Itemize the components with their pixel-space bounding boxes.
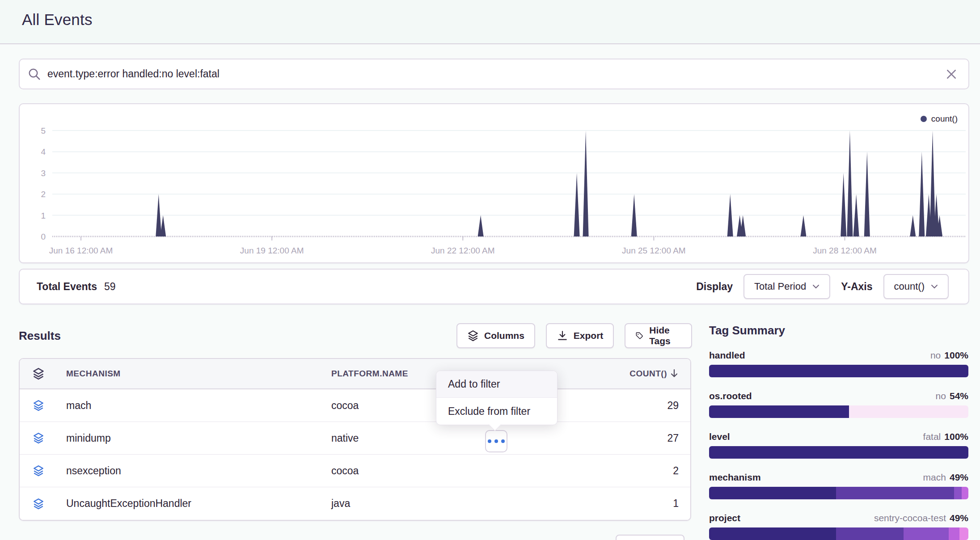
- table-row[interactable]: nsexceptioncocoa2: [20, 455, 690, 487]
- cell-count[interactable]: 27: [605, 432, 690, 444]
- cell-mechanism[interactable]: UncaughtExceptionHandler: [48, 498, 313, 510]
- ellipsis-dot-icon: [488, 439, 491, 443]
- tag-bar[interactable]: [709, 365, 968, 377]
- table-row[interactable]: minidumpnative27: [20, 422, 690, 455]
- stack-icon: [33, 465, 44, 477]
- cell-platform[interactable]: cocoa: [313, 465, 605, 477]
- tag-bar-segment[interactable]: [709, 446, 968, 459]
- row-stack-icon-cell[interactable]: [20, 432, 48, 444]
- yaxis-label: Y-Axis: [841, 281, 872, 293]
- cell-mechanism[interactable]: mach: [48, 400, 313, 412]
- table-header-row: MECHANISM PLATFORM.NAME COUNT(): [20, 359, 690, 389]
- tag-entry: project sentry-cocoa-test 49%: [709, 513, 968, 540]
- tag-bar-segment[interactable]: [709, 487, 836, 499]
- tag-key: mechanism: [709, 472, 761, 483]
- tag-top-percent: 54%: [950, 391, 968, 401]
- tag-key: project: [709, 513, 740, 523]
- tag-entry: os.rooted no 54%: [709, 391, 968, 418]
- svg-text:Jun 25 12:00 AM: Jun 25 12:00 AM: [622, 246, 686, 255]
- export-button-label: Export: [574, 330, 604, 341]
- events-chart[interactable]: 012345Jun 16 12:00 AMJun 19 12:00 AMJun …: [20, 104, 968, 262]
- row-actions-ellipsis-button[interactable]: [485, 430, 507, 452]
- tag-key: handled: [709, 350, 745, 361]
- svg-text:0: 0: [41, 232, 46, 241]
- chart-footer-panel: Total Events 59 Display Total Period Y-A…: [19, 269, 969, 304]
- results-table: MECHANISM PLATFORM.NAME COUNT() machcoco…: [19, 358, 691, 521]
- tag-bar-segment[interactable]: [904, 527, 949, 540]
- display-dropdown[interactable]: Total Period: [743, 274, 830, 299]
- stack-icon: [467, 330, 479, 342]
- yaxis-dropdown[interactable]: count(): [883, 274, 949, 299]
- legend-dot-icon: [921, 116, 927, 122]
- columns-button-label: Columns: [484, 330, 524, 341]
- tag-bar[interactable]: [709, 405, 968, 418]
- yaxis-dropdown-value: count(): [894, 281, 925, 292]
- chart-spike: [910, 215, 916, 236]
- tag-bar-segment[interactable]: [836, 487, 954, 499]
- legend-label: count(): [931, 114, 958, 124]
- tag-top-value: sentry-cocoa-test: [874, 513, 946, 523]
- clear-search-icon[interactable]: [943, 68, 959, 81]
- cell-count[interactable]: 1: [605, 498, 690, 510]
- search-input[interactable]: event.type:error handled:no level:fatal: [47, 68, 943, 80]
- search-icon: [28, 68, 41, 81]
- tag-bar-segment[interactable]: [959, 527, 968, 540]
- tag-icon: [635, 330, 644, 342]
- row-stack-icon-cell[interactable]: [20, 400, 48, 411]
- tag-bar-segment[interactable]: [949, 527, 959, 540]
- tag-top-value: no: [930, 350, 941, 361]
- row-stack-icon-cell[interactable]: [20, 498, 48, 510]
- cell-platform[interactable]: java: [313, 498, 605, 510]
- tag-bar-segment[interactable]: [954, 487, 962, 499]
- pagination-control-partial[interactable]: [616, 535, 684, 540]
- row-stack-icon-cell[interactable]: [20, 465, 48, 477]
- cell-count[interactable]: 2: [605, 465, 690, 477]
- tag-top-percent: 49%: [950, 472, 968, 483]
- results-heading: Results: [19, 329, 61, 343]
- svg-text:Jun 16 12:00 AM: Jun 16 12:00 AM: [49, 246, 113, 255]
- cell-mechanism[interactable]: nsexception: [48, 465, 313, 477]
- column-header-count[interactable]: COUNT(): [605, 369, 690, 379]
- tag-key: os.rooted: [709, 391, 752, 401]
- tag-top-value: fatal: [923, 431, 941, 442]
- tag-bar-segment[interactable]: [836, 527, 904, 540]
- chart-spike: [801, 215, 807, 236]
- table-row[interactable]: machcocoa29: [20, 389, 690, 422]
- tag-top-percent: 49%: [950, 513, 968, 523]
- tag-bar-segment[interactable]: [709, 405, 849, 418]
- cell-platform[interactable]: native: [313, 432, 605, 444]
- hide-tags-button[interactable]: Hide Tags: [625, 323, 692, 348]
- tag-bar-segment[interactable]: [709, 527, 836, 540]
- menu-item-add-to-filter[interactable]: Add to filter: [436, 371, 557, 398]
- display-label: Display: [696, 281, 733, 293]
- column-header-mechanism[interactable]: MECHANISM: [48, 369, 313, 379]
- cell-count[interactable]: 29: [605, 400, 690, 412]
- sort-desc-icon: [670, 369, 679, 379]
- screen: All Events event.type:error handled:no l…: [0, 0, 980, 540]
- search-bar[interactable]: event.type:error handled:no level:fatal: [19, 59, 969, 89]
- tag-top-percent: 100%: [944, 431, 968, 442]
- tag-bar-segment[interactable]: [849, 405, 968, 418]
- stack-icon: [33, 432, 44, 444]
- export-button[interactable]: Export: [546, 323, 614, 348]
- tag-bar[interactable]: [709, 527, 968, 540]
- table-row[interactable]: UncaughtExceptionHandlerjava1: [20, 487, 690, 520]
- tag-bar[interactable]: [709, 446, 968, 459]
- chart-spike: [583, 131, 589, 236]
- tag-bar-segment[interactable]: [709, 365, 968, 377]
- tag-bar-segment[interactable]: [962, 487, 968, 499]
- tag-bar[interactable]: [709, 487, 968, 499]
- chart-spike: [478, 215, 484, 236]
- chart-spike: [574, 173, 580, 236]
- chart-legend[interactable]: count(): [921, 114, 958, 124]
- chart-spike: [160, 215, 166, 236]
- context-menu: Add to filter Exclude from filter: [436, 371, 558, 425]
- stack-icon: [33, 498, 44, 510]
- cell-mechanism[interactable]: minidump: [48, 432, 313, 444]
- tag-entry: handled no 100%: [709, 350, 968, 377]
- table-header-stack-icon[interactable]: [20, 367, 48, 380]
- chart-spike: [847, 131, 853, 236]
- columns-button[interactable]: Columns: [456, 323, 535, 348]
- chevron-down-icon: [931, 284, 938, 289]
- ellipsis-dot-icon: [494, 439, 498, 443]
